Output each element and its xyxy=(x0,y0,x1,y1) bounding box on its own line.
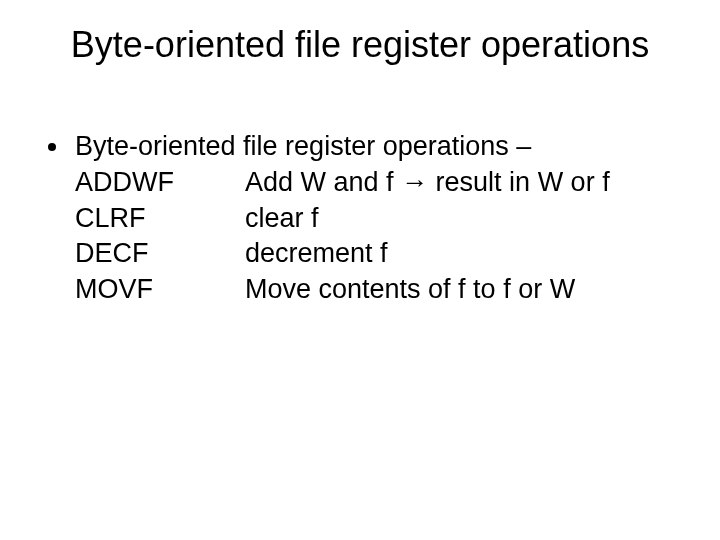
slide: Byte-oriented file register operations B… xyxy=(0,0,720,540)
op-desc-pre: Add W and f xyxy=(245,167,401,197)
op-desc: Move contents of f to f or W xyxy=(245,273,690,307)
op-mnemonic: DECF xyxy=(75,237,245,271)
op-desc-pre: decrement f xyxy=(245,238,388,268)
op-row: CLRF clear f xyxy=(75,202,690,236)
op-mnemonic: ADDWF xyxy=(75,166,245,200)
op-desc: decrement f xyxy=(245,237,690,271)
op-desc: Add W and f → result in W or f xyxy=(245,166,690,200)
intro-text: Byte-oriented file register operations – xyxy=(75,131,531,161)
arrow-icon: → xyxy=(401,167,428,197)
slide-title: Byte-oriented file register operations xyxy=(0,24,720,66)
op-desc-pre: Move contents of f to f or W xyxy=(245,274,575,304)
op-mnemonic: CLRF xyxy=(75,202,245,236)
op-row: ADDWF Add W and f → result in W or f xyxy=(75,166,690,200)
op-desc: clear f xyxy=(245,202,690,236)
op-row: DECF decrement f xyxy=(75,237,690,271)
bullet-item: Byte-oriented file register operations –… xyxy=(71,130,690,307)
op-desc-post: result in W or f xyxy=(428,167,610,197)
bullet-list: Byte-oriented file register operations –… xyxy=(45,130,690,307)
op-mnemonic: MOVF xyxy=(75,273,245,307)
op-row: MOVF Move contents of f to f or W xyxy=(75,273,690,307)
op-desc-pre: clear f xyxy=(245,203,319,233)
slide-body: Byte-oriented file register operations –… xyxy=(45,130,690,307)
